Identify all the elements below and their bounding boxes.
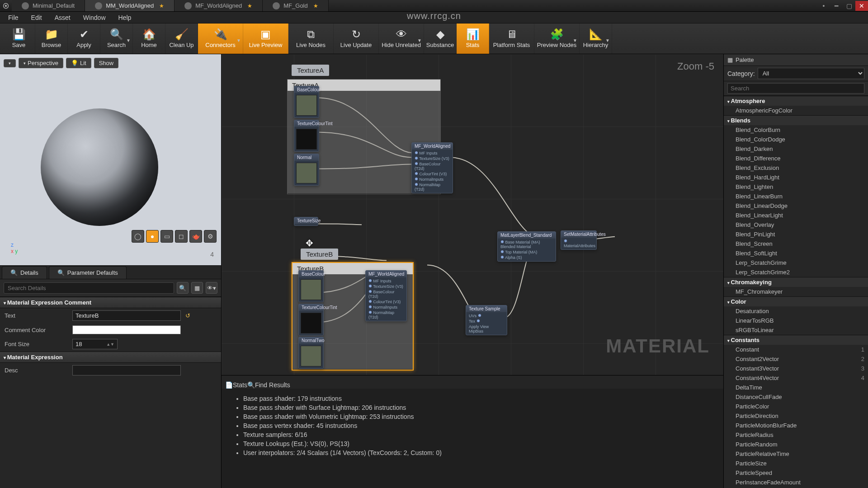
maximize-icon[interactable]: ▢ (843, 1, 855, 11)
palette-item[interactable]: Constant2Vector2 (724, 354, 868, 364)
title-tab[interactable]: MM_WorldAligned★ (85, 0, 175, 11)
font-size-spinner[interactable]: 18▲▼ (72, 339, 118, 349)
tab-find-results[interactable]: 🔍Find Results (247, 381, 290, 389)
menu-help[interactable]: Help (113, 13, 137, 23)
palette-item[interactable]: Blend_Difference (724, 154, 868, 163)
palette-item[interactable]: Lerp_ScratchGrime2 (724, 267, 868, 277)
shape-plane-button[interactable]: ▭ (160, 230, 173, 243)
toolbar-stats-button[interactable]: 📊Stats (457, 23, 489, 54)
tab-stats[interactable]: 📄Stats (225, 381, 247, 389)
title-tab[interactable]: MF_Gold★ (263, 0, 328, 11)
node-normal-a[interactable]: Normal (294, 154, 319, 186)
minimize-icon[interactable]: ━ (830, 1, 843, 11)
palette-item[interactable]: Desaturation (724, 306, 868, 316)
show-button[interactable]: Show (94, 58, 119, 68)
palette-category[interactable]: Color (724, 296, 868, 306)
toolbar-substance-button[interactable]: ◆Substance (424, 23, 457, 54)
prop-text-input[interactable] (72, 310, 181, 321)
node-colourtint-a[interactable]: TextureColourTint (294, 120, 319, 152)
eye-dropdown-icon[interactable]: 👁▾ (206, 282, 217, 294)
palette-item[interactable]: ParticleRandom (724, 440, 868, 449)
shape-sphere-button[interactable]: ● (146, 230, 159, 243)
details-search-input[interactable] (4, 282, 174, 294)
palette-item[interactable]: ParticleDirection (724, 411, 868, 421)
section-material-expression-comment[interactable]: Material Expression Comment (0, 297, 221, 308)
node-matlayerblend[interactable]: MatLayerBlend_Standard Base Material (MA… (497, 231, 556, 262)
shape-cube-button[interactable]: ◻ (175, 230, 188, 243)
close-icon[interactable]: ✕ (855, 1, 868, 11)
toolbar-preview-nodes-button[interactable]: 🧩Preview Nodes▼ (534, 23, 580, 54)
palette-item[interactable]: Blend_Darken (724, 144, 868, 154)
palette-item[interactable]: Blend_LinearDodge (724, 201, 868, 211)
toolbar-hierarchy-button[interactable]: 📐Hierarchy▼ (580, 23, 612, 54)
node-texsize-param[interactable]: TextureSize (294, 217, 318, 226)
material-graph[interactable]: Zoom -5 MATERIAL TextureA TextureB ✥ (222, 54, 723, 375)
bullet-icon[interactable]: • (817, 1, 830, 11)
palette-item[interactable]: Blend_LinearBurn (724, 192, 868, 201)
palette-item[interactable]: Constant4Vector4 (724, 373, 868, 383)
shape-custom-button[interactable]: ⚙ (204, 230, 217, 243)
palette-item[interactable]: ParticleRelativeTime (724, 449, 868, 459)
palette-item[interactable]: ParticleMotionBlurFade (724, 421, 868, 430)
palette-item[interactable]: PerInstanceFadeAmount (724, 478, 868, 487)
perspective-button[interactable]: ▾Perspective (19, 58, 63, 68)
palette-tree[interactable]: AtmosphereAtmosphericFogColorBlendsBlend… (724, 96, 868, 488)
palette-item[interactable]: Blend_ColorDodge (724, 135, 868, 144)
palette-item[interactable]: MF_Chromakeyer (724, 287, 868, 296)
palette-item[interactable]: DistanceCullFade (724, 392, 868, 402)
palette-item[interactable]: DeltaTime (724, 383, 868, 392)
lit-button[interactable]: 💡Lit (66, 58, 91, 68)
chevron-down-icon[interactable]: ▼ (126, 38, 131, 43)
palette-item[interactable]: Constant3Vector3 (724, 364, 868, 373)
palette-item[interactable]: Blend_HardLight (724, 173, 868, 182)
chevron-down-icon[interactable]: ▼ (605, 38, 610, 43)
palette-category[interactable]: Atmosphere (724, 96, 868, 106)
section-material-expression[interactable]: Material Expression (0, 352, 221, 363)
viewport-options-button[interactable]: ▾ (4, 59, 16, 67)
toolbar-live-nodes-button[interactable]: ⧉Live Nodes (288, 23, 334, 54)
tab-details[interactable]: 🔍Details (2, 266, 47, 279)
menu-asset[interactable]: Asset (49, 13, 76, 23)
palette-item[interactable]: AtmosphericFogColor (724, 106, 868, 115)
comment-color-swatch[interactable] (72, 325, 181, 334)
palette-item[interactable]: Blend_Lighten (724, 182, 868, 192)
node-basecolour-b[interactable]: BaseColour (298, 270, 324, 302)
palette-item[interactable]: Blend_Exclusion (724, 163, 868, 173)
palette-item[interactable]: Lerp_ScratchGrime (724, 258, 868, 267)
node-colourtint-b[interactable]: TextureColourTint (298, 304, 324, 336)
palette-item[interactable]: Blend_Overlay (724, 220, 868, 230)
palette-item[interactable]: sRGBToLinear (724, 325, 868, 335)
title-tab[interactable]: Minimal_Default (12, 0, 85, 11)
chevron-down-icon[interactable]: ▼ (236, 38, 241, 43)
palette-item[interactable]: ParticleSize (724, 459, 868, 468)
chevron-down-icon[interactable]: ▼ (573, 38, 577, 43)
matrix-icon[interactable]: ▦ (191, 282, 203, 294)
toolbar-home-button[interactable]: 🏠Home (133, 23, 165, 54)
node-mf-worldaligned-a[interactable]: MF_WorldAligned MF Inputs TextureSize (V… (411, 142, 453, 193)
preview-viewport[interactable]: ▾ ▾Perspective 💡Lit Show zx y 4 ◯ ● ▭ ◻ … (0, 54, 221, 266)
palette-item[interactable]: LinearTosRGB (724, 316, 868, 325)
node-make-material-attributes[interactable]: SetMaterialAttributes MaterialAttributes (561, 230, 597, 250)
toolbar-search-button[interactable]: 🔍Search▼ (100, 23, 133, 54)
toolbar-platform-stats-button[interactable]: 🖥Platform Stats (489, 23, 534, 54)
node-basecolour-a[interactable]: BaseColour (294, 86, 319, 118)
palette-item[interactable]: Blend_SoftLight (724, 249, 868, 258)
toolbar-clean-up-button[interactable]: 🧹Clean Up (165, 23, 198, 54)
menu-edit[interactable]: Edit (26, 13, 47, 23)
palette-item[interactable]: Blend_LinearLight (724, 211, 868, 220)
palette-search-input[interactable] (727, 83, 864, 94)
palette-category-select[interactable]: All (758, 68, 864, 79)
menu-window[interactable]: Window (78, 13, 111, 23)
title-tab[interactable]: MF_WorldAligned★ (175, 0, 263, 11)
menu-file[interactable]: File (3, 13, 24, 23)
shape-teapot-button[interactable]: 🫖 (189, 230, 202, 243)
reset-icon[interactable]: ↺ (185, 312, 190, 319)
toolbar-apply-button[interactable]: ✔Apply (68, 23, 100, 54)
prop-desc-input[interactable] (72, 365, 181, 375)
palette-item[interactable]: ParticleColor (724, 402, 868, 411)
palette-category[interactable]: Constants (724, 335, 868, 345)
toolbar-browse-button[interactable]: 📁Browse (35, 23, 68, 54)
toolbar-connectors-button[interactable]: 🔌Connectors▼ (198, 23, 243, 54)
toolbar-live-preview-button[interactable]: ▣Live Preview (243, 23, 288, 54)
tab-parameter-defaults[interactable]: 🔍Parameter Defaults (49, 266, 127, 279)
